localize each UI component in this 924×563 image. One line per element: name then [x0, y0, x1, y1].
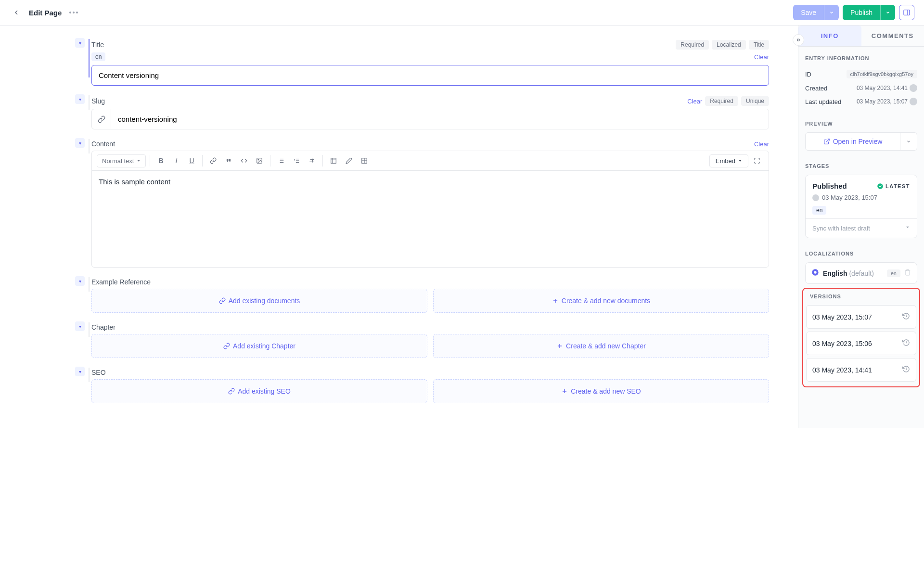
avatar — [910, 84, 917, 92]
italic-button[interactable]: I — [169, 154, 183, 167]
more-options-button[interactable] — [67, 10, 80, 15]
versions-highlight: VERSIONS 03 May 2023, 15:07 03 May 2023,… — [802, 288, 920, 387]
tab-info[interactable]: INFO — [798, 26, 861, 46]
bold-button[interactable]: B — [154, 154, 167, 167]
collapse-seo-field[interactable]: ▾ — [75, 367, 85, 376]
collapse-reference-field[interactable]: ▾ — [75, 276, 85, 286]
image-button[interactable] — [253, 154, 266, 167]
text-format-dropdown[interactable]: Normal text — [97, 154, 146, 167]
clear-slug[interactable]: Clear — [687, 98, 702, 105]
reference-label: Example Reference — [91, 278, 151, 286]
history-icon — [902, 339, 910, 348]
sidebar-collapse-button[interactable] — [793, 34, 804, 46]
localized-badge: Localized — [712, 40, 746, 50]
preview-dropdown[interactable] — [900, 133, 917, 150]
unique-badge: Unique — [741, 96, 769, 106]
created-label: Created — [805, 85, 827, 92]
bullet-list-button[interactable] — [274, 154, 288, 167]
svg-point-31 — [814, 271, 816, 273]
open-preview-button[interactable]: Open in Preview — [806, 133, 900, 150]
locale-code-badge: en — [887, 269, 900, 277]
save-button-group: Save — [793, 5, 839, 20]
create-new-documents-button[interactable]: Create & add new documents — [433, 289, 769, 313]
slug-input[interactable] — [111, 109, 769, 129]
class-button[interactable] — [305, 154, 319, 167]
code-button[interactable] — [237, 154, 251, 167]
id-value[interactable]: clh7otklf9sgv0bkgqixg57oy — [847, 70, 917, 78]
title-label: Title — [91, 41, 104, 49]
publish-dropdown[interactable] — [880, 5, 895, 20]
svg-point-4 — [258, 159, 259, 160]
save-dropdown[interactable] — [824, 5, 839, 20]
add-existing-seo-button[interactable]: Add existing SEO — [91, 379, 427, 403]
version-item[interactable]: 03 May 2023, 15:06 — [806, 332, 916, 355]
field-divider — [89, 368, 90, 382]
version-item[interactable]: 03 May 2023, 15:07 — [806, 305, 916, 329]
edit-button[interactable] — [342, 154, 356, 167]
created-value: 03 May 2023, 14:41 — [857, 84, 917, 92]
add-existing-documents-button[interactable]: Add existing documents — [91, 289, 427, 313]
history-icon — [902, 365, 910, 374]
svg-point-28 — [877, 183, 883, 189]
embed-button[interactable]: Embed — [709, 154, 748, 167]
field-divider — [89, 277, 90, 292]
versions-heading: VERSIONS — [806, 294, 916, 299]
title-input[interactable] — [91, 65, 769, 86]
tab-comments[interactable]: COMMENTS — [861, 26, 924, 46]
title-badge: Title — [749, 40, 769, 50]
content-editor[interactable]: This is sample content — [92, 171, 769, 267]
locale-badge: en — [91, 52, 105, 61]
underline-button[interactable]: U — [185, 154, 198, 167]
clear-content[interactable]: Clear — [754, 141, 769, 148]
avatar — [812, 194, 819, 201]
link-icon — [92, 109, 111, 129]
panel-toggle-button[interactable] — [899, 5, 914, 20]
back-button[interactable] — [10, 6, 23, 19]
fullscreen-button[interactable] — [750, 154, 764, 167]
locale-card[interactable]: English (default) en — [805, 262, 917, 284]
collapse-chapter-field[interactable]: ▾ — [75, 321, 85, 331]
updated-value: 03 May 2023, 15:07 — [857, 98, 917, 105]
svg-marker-20 — [739, 160, 742, 162]
version-item[interactable]: 03 May 2023, 14:41 — [806, 358, 916, 382]
create-new-seo-button[interactable]: Create & add new SEO — [433, 379, 769, 403]
table-button[interactable] — [327, 154, 340, 167]
collapse-slug-field[interactable]: ▾ — [75, 94, 85, 104]
sync-draft-button[interactable]: Sync with latest draft — [806, 218, 917, 238]
required-badge: Required — [705, 96, 738, 106]
collapse-content-field[interactable]: ▾ — [75, 138, 85, 148]
delete-locale-button[interactable] — [904, 269, 911, 277]
slug-label: Slug — [91, 97, 105, 105]
stages-heading: STAGES — [805, 163, 917, 169]
stage-name: Published — [812, 182, 847, 190]
updated-label: Last updated — [805, 98, 841, 105]
eye-icon — [811, 269, 819, 278]
field-divider — [89, 95, 90, 110]
field-divider — [89, 322, 90, 337]
create-new-chapter-button[interactable]: Create & add new Chapter — [433, 334, 769, 358]
history-icon — [902, 312, 910, 321]
seo-label: SEO — [91, 369, 106, 376]
save-button[interactable]: Save — [793, 5, 824, 20]
entry-info-heading: ENTRY INFORMATION — [805, 55, 917, 61]
clear-title[interactable]: Clear — [754, 53, 769, 61]
add-existing-chapter-button[interactable]: Add existing Chapter — [91, 334, 427, 358]
id-label: ID — [805, 71, 811, 78]
stage-card[interactable]: Published LATEST 03 May 2023, 15:07 en S… — [805, 175, 917, 238]
svg-rect-0 — [904, 10, 910, 15]
svg-line-27 — [826, 139, 829, 142]
collapse-title-field[interactable]: ▾ — [75, 38, 85, 48]
svg-rect-14 — [331, 158, 336, 164]
quote-button[interactable] — [222, 154, 235, 167]
grid-button[interactable] — [358, 154, 371, 167]
link-button[interactable] — [206, 154, 220, 167]
stage-meta: 03 May 2023, 15:07 — [812, 194, 910, 201]
publish-button[interactable]: Publish — [843, 5, 880, 20]
chapter-label: Chapter — [91, 323, 116, 331]
svg-marker-29 — [906, 227, 909, 228]
stage-locale: en — [812, 206, 826, 215]
localizations-heading: LOCALIZATIONS — [805, 251, 917, 256]
svg-marker-2 — [138, 160, 140, 162]
numbered-list-button[interactable] — [290, 154, 303, 167]
page-title: Edit Page — [29, 9, 62, 17]
